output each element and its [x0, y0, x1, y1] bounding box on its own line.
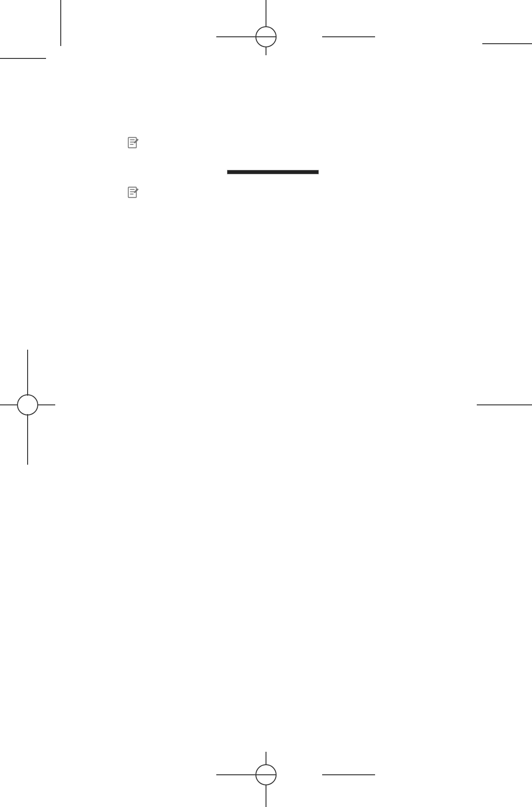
note-icon	[127, 136, 140, 150]
note-icon	[127, 185, 140, 199]
crop-mark-top	[0, 0, 532, 55]
step-4	[79, 158, 440, 161]
page-footer	[106, 708, 440, 718]
note-header-1	[127, 136, 440, 150]
app-title-bar	[227, 170, 318, 174]
note-header-2	[127, 185, 440, 199]
app-screenshot	[227, 170, 319, 174]
crop-mark-left	[0, 0, 55, 807]
crop-mark-right	[477, 396, 532, 414]
crop-mark-bottom	[0, 752, 532, 807]
svg-point-10	[17, 395, 38, 415]
